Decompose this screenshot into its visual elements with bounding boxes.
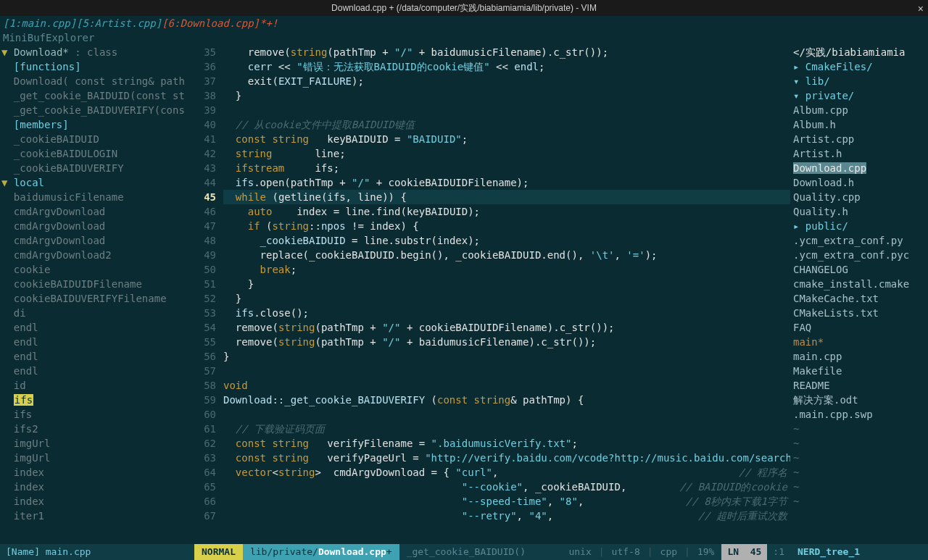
- nerdtree-path[interactable]: </实践/biabiamiamia: [793, 45, 925, 59]
- nerdtree-item[interactable]: 解决方案.odt: [793, 393, 925, 407]
- minibuf-label: MiniBufExplorer: [0, 30, 928, 45]
- tagbar-item[interactable]: imgUrl: [1, 436, 186, 451]
- tagbar-item[interactable]: Download( const string& path: [1, 74, 186, 88]
- code-line[interactable]: exit(EXIT_FAILURE);: [223, 74, 790, 88]
- code-line[interactable]: replace(_cookieBAIDUID.begin(), _cookieB…: [223, 248, 790, 262]
- tagbar-item[interactable]: _get_cookie_BAIDUVERIFY(cons: [1, 103, 186, 117]
- code-line[interactable]: vector<string> cmdArgvDownload = { "curl…: [223, 465, 790, 480]
- code-line[interactable]: const string verifyFilename = ".baidumus…: [223, 436, 790, 451]
- code-line[interactable]: [223, 364, 790, 378]
- code-line[interactable]: cerr << "错误：无法获取BAIDUID的cookie键值" << end…: [223, 59, 790, 74]
- tagbar-item[interactable]: cookie: [1, 262, 186, 277]
- nerdtree-item[interactable]: Makefile: [793, 364, 925, 378]
- code-line[interactable]: break;: [223, 262, 790, 277]
- tagbar-item[interactable]: _cookieBAIDUVERIFY: [1, 161, 186, 175]
- tagbar-item[interactable]: endl: [1, 320, 186, 335]
- tagbar-item[interactable]: _get_cookie_BAIDUID(const st: [1, 88, 186, 103]
- code-line[interactable]: void: [223, 378, 790, 393]
- tagbar-item[interactable]: cmdArgvDownload: [1, 219, 186, 233]
- code-line[interactable]: [223, 407, 790, 422]
- tagbar-item-selected[interactable]: ifs: [1, 393, 186, 407]
- nerdtree-item[interactable]: Artist.cpp: [793, 132, 925, 146]
- tagbar-item[interactable]: index: [1, 494, 186, 509]
- nerdtree-item[interactable]: main*: [793, 335, 925, 349]
- buffer-6-active[interactable]: [6:Download.cpp]: [162, 17, 260, 29]
- nerdtree-item[interactable]: ▾ lib/: [793, 74, 925, 88]
- nerdtree-item[interactable]: main.cpp: [793, 349, 925, 364]
- nerdtree-item[interactable]: CMakeCache.txt: [793, 291, 925, 306]
- code-line[interactable]: }: [223, 291, 790, 306]
- code-line[interactable]: if (string::npos != index) {: [223, 219, 790, 233]
- tagbar-item[interactable]: di: [1, 306, 186, 320]
- nerdtree-item[interactable]: Artist.h: [793, 146, 925, 161]
- nerdtree-item[interactable]: Album.h: [793, 117, 925, 132]
- code-line[interactable]: "--speed-time", "8",// 8秒内未下载1字节: [223, 494, 790, 509]
- buffer-5[interactable]: [5:Artist.cpp]: [76, 17, 162, 29]
- editor-code-area[interactable]: remove(string(pathTmp + "/" + baidumusic…: [223, 45, 790, 544]
- code-line[interactable]: "--cookie", _cookieBAIDUID,// BAIDUID的co…: [223, 480, 790, 494]
- tagbar-item[interactable]: ifs2: [1, 422, 186, 436]
- code-line[interactable]: string line;: [223, 146, 790, 161]
- code-line[interactable]: }: [223, 277, 790, 291]
- code-line[interactable]: ifstream ifs;: [223, 161, 790, 175]
- code-line[interactable]: ifs.open(pathTmp + "/" + cookieBAIDUIDFi…: [223, 175, 790, 190]
- code-line[interactable]: auto index = line.find(keyBAIDUID);: [223, 204, 790, 219]
- nerdtree-item[interactable]: ▸ public/: [793, 219, 925, 233]
- code-line[interactable]: Download::_get_cookie_BAIDUVERIFY (const…: [223, 393, 790, 407]
- nerdtree-item[interactable]: .main.cpp.swp: [793, 407, 925, 422]
- nerdtree-item[interactable]: CMakeLists.txt: [793, 306, 925, 320]
- nerdtree-item[interactable]: README: [793, 378, 925, 393]
- tagbar-item[interactable]: [functions]: [1, 59, 186, 74]
- code-line[interactable]: }: [223, 88, 790, 103]
- nerdtree-panel[interactable]: </实践/biabiamiamia ▸ CmakeFiles/▾ lib/ ▾ …: [790, 45, 928, 544]
- tagbar-item[interactable]: _cookieBAIDUID: [1, 132, 186, 146]
- code-line[interactable]: // 下载验证码页面: [223, 422, 790, 436]
- tagbar-item[interactable]: baidumusicFilename: [1, 190, 186, 204]
- code-line[interactable]: // 从cookie文件中提取BAIDUID键值: [223, 117, 790, 132]
- nerdtree-item[interactable]: Download.cpp: [793, 161, 925, 175]
- code-line[interactable]: _cookieBAIDUID = line.substr(index);: [223, 233, 790, 248]
- close-icon[interactable]: ×: [918, 1, 924, 16]
- nerdtree-item[interactable]: ▸ CmakeFiles/: [793, 59, 925, 74]
- code-line[interactable]: }: [223, 349, 790, 364]
- tagbar-item[interactable]: imgUrl: [1, 451, 186, 465]
- nerdtree-item[interactable]: CHANGELOG: [793, 262, 925, 277]
- nerdtree-item[interactable]: Quality.cpp: [793, 190, 925, 204]
- tagbar-panel[interactable]: ▼ Download* : class [functions] Download…: [0, 45, 187, 544]
- nerdtree-item[interactable]: .ycm_extra_conf.py: [793, 233, 925, 248]
- tagbar-item[interactable]: endl: [1, 364, 186, 378]
- code-line[interactable]: const string keyBAIDUID = "BAIDUID";: [223, 132, 790, 146]
- tagbar-item[interactable]: cmdArgvDownload: [1, 204, 186, 219]
- code-line[interactable]: remove(string(pathTmp + "/" + baidumusic…: [223, 45, 790, 59]
- tagbar-item[interactable]: [members]: [1, 117, 186, 132]
- tagbar-item[interactable]: cmdArgvDownload: [1, 233, 186, 248]
- nerdtree-item[interactable]: Download.h: [793, 175, 925, 190]
- tagbar-local-header[interactable]: ▼ local: [1, 175, 186, 190]
- code-line[interactable]: remove(string(pathTmp + "/" + cookieBAID…: [223, 320, 790, 335]
- tagbar-item[interactable]: cmdArgvDownload2: [1, 248, 186, 262]
- tagbar-item[interactable]: cookieBAIDUIDFilename: [1, 277, 186, 291]
- nerdtree-item[interactable]: ▾ private/: [793, 88, 925, 103]
- nerdtree-item[interactable]: cmake_install.cmake: [793, 277, 925, 291]
- tagbar-item[interactable]: index: [1, 465, 186, 480]
- buffer-1[interactable]: [1:main.cpp]: [3, 17, 76, 29]
- tagbar-item[interactable]: _cookieBAIDULOGIN: [1, 146, 186, 161]
- nerdtree-item[interactable]: .ycm_extra_conf.pyc: [793, 248, 925, 262]
- tagbar-item[interactable]: index: [1, 480, 186, 494]
- nerdtree-item[interactable]: FAQ: [793, 320, 925, 335]
- tagbar-item[interactable]: cookieBAIDUVERIFYFilename: [1, 291, 186, 306]
- code-line[interactable]: const string verifyPageUrl = "http://ver…: [223, 451, 790, 465]
- nerdtree-item[interactable]: Quality.h: [793, 204, 925, 219]
- code-line[interactable]: ifs.close();: [223, 306, 790, 320]
- nerdtree-item[interactable]: Album.cpp: [793, 103, 925, 117]
- code-line[interactable]: remove(string(pathTmp + "/" + baidumusic…: [223, 335, 790, 349]
- code-line[interactable]: [223, 103, 790, 117]
- code-line[interactable]: while (getline(ifs, line)) {: [223, 190, 790, 204]
- tagbar-item[interactable]: ifs: [1, 407, 186, 422]
- tagbar-item[interactable]: endl: [1, 335, 186, 349]
- tagbar-item[interactable]: endl: [1, 349, 186, 364]
- tagbar-item[interactable]: iter1: [1, 509, 186, 523]
- tagbar-class-header[interactable]: ▼ Download* : class: [1, 45, 186, 59]
- code-line[interactable]: "--retry", "4",// 超时后重试次数: [223, 509, 790, 523]
- tagbar-item[interactable]: id: [1, 378, 186, 393]
